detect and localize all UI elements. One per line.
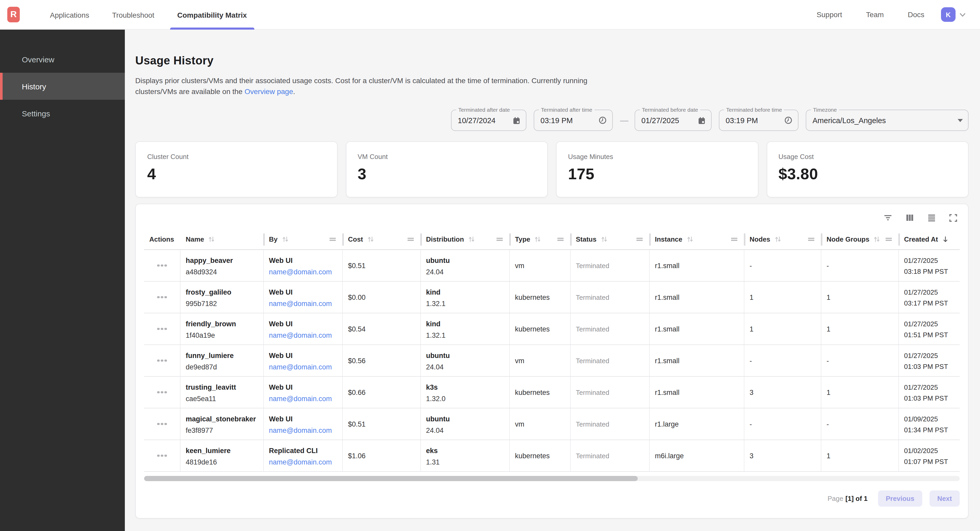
column-header-status[interactable]: Status	[571, 229, 650, 249]
horizontal-scrollbar-thumb[interactable]	[144, 476, 638, 481]
column-header-by[interactable]: By	[264, 229, 343, 249]
cell-created-at: 01/27/202501:03 PM PST	[899, 377, 960, 408]
column-header-distribution[interactable]: Distribution	[421, 229, 510, 249]
column-menu-icon[interactable]	[557, 236, 564, 243]
sidebar-item-overview[interactable]: Overview	[0, 46, 125, 73]
row-actions-button[interactable]	[144, 250, 180, 281]
sort-icon[interactable]	[208, 235, 216, 243]
created-by-email-link[interactable]: name@domain.com	[269, 363, 342, 371]
terminated-after-date-input[interactable]: Terminated after date 10/27/2024	[451, 109, 527, 131]
more-options-icon[interactable]	[158, 423, 167, 425]
sidebar-item-settings[interactable]: Settings	[0, 100, 125, 127]
created-by-email-link[interactable]: name@domain.com	[269, 395, 342, 403]
column-menu-icon[interactable]	[731, 236, 738, 243]
column-menu-icon[interactable]	[885, 236, 892, 243]
column-header-cost[interactable]: Cost	[343, 229, 421, 249]
column-header-created-at[interactable]: Created At	[899, 229, 960, 249]
column-menu-icon[interactable]	[329, 236, 336, 243]
next-page-button[interactable]: Next	[929, 490, 960, 507]
terminated-after-date-value[interactable]: 10/27/2024	[458, 116, 508, 124]
created-by-email-link[interactable]: name@domain.com	[269, 268, 342, 276]
distribution-version: 1.32.1	[426, 331, 509, 339]
tab-compatibility-matrix[interactable]: Compatibility Matrix	[177, 0, 247, 30]
columns-icon[interactable]	[905, 213, 915, 222]
sort-icon[interactable]	[534, 235, 542, 243]
terminated-before-date-input[interactable]: Terminated before date 01/27/2025	[635, 109, 711, 131]
created-date: 01/27/2025	[904, 351, 960, 360]
created-by-email-link[interactable]: name@domain.com	[269, 331, 342, 339]
cell-node-groups: 1	[821, 377, 899, 408]
nav-link-team[interactable]: Team	[866, 10, 884, 19]
more-options-icon[interactable]	[158, 265, 167, 267]
terminated-after-time-input[interactable]: Terminated after time 03:19 PM	[534, 109, 613, 131]
horizontal-scrollbar-track[interactable]	[144, 476, 960, 481]
avatar[interactable]: K	[941, 7, 956, 22]
sort-icon[interactable]	[281, 235, 289, 243]
tab-troubleshoot[interactable]: Troubleshoot	[112, 0, 154, 30]
cell-created-at: 01/09/202501:34 PM PST	[899, 408, 960, 439]
timezone-value[interactable]: America/Los_Angeles	[813, 116, 953, 124]
replicated-logo[interactable]: R	[7, 7, 20, 22]
cell-node-groups: 1	[821, 440, 899, 471]
created-by-email-link[interactable]: name@domain.com	[269, 458, 342, 466]
more-options-icon[interactable]	[158, 296, 167, 298]
more-options-icon[interactable]	[158, 360, 167, 362]
row-actions-button[interactable]	[144, 313, 180, 344]
cell-created-at: 01/27/202503:18 PM PST	[899, 250, 960, 281]
row-actions-button[interactable]	[144, 440, 180, 471]
cell-nodes: 1	[745, 313, 821, 344]
row-actions-button[interactable]	[144, 345, 180, 376]
sort-desc-icon[interactable]	[942, 235, 950, 243]
chevron-down-icon[interactable]	[959, 11, 966, 19]
cell-instance: r1.large	[650, 408, 745, 439]
page-label: Page	[827, 495, 843, 502]
more-options-icon[interactable]	[158, 391, 167, 393]
column-header-node-groups[interactable]: Node Groups	[821, 229, 899, 249]
terminated-before-time-input[interactable]: Terminated before time 03:19 PM	[719, 109, 799, 131]
node-groups-value: 1	[827, 452, 830, 460]
nav-link-support[interactable]: Support	[817, 10, 842, 19]
sort-icon[interactable]	[600, 235, 608, 243]
created-by-source: Web UI	[269, 383, 342, 391]
more-options-icon[interactable]	[158, 455, 167, 457]
filter-icon[interactable]	[883, 213, 892, 222]
previous-page-button[interactable]: Previous	[878, 490, 922, 507]
row-actions-button[interactable]	[144, 282, 180, 313]
terminated-before-time-value[interactable]: 03:19 PM	[725, 116, 780, 124]
calendar-icon[interactable]	[698, 116, 706, 124]
column-menu-icon[interactable]	[496, 236, 503, 243]
column-header-instance[interactable]: Instance	[650, 229, 745, 249]
sidebar-item-history[interactable]: History	[0, 73, 125, 100]
terminated-before-date-value[interactable]: 01/27/2025	[641, 116, 694, 124]
terminated-after-time-value[interactable]: 03:19 PM	[541, 116, 594, 124]
row-actions-button[interactable]	[144, 408, 180, 439]
account-menu[interactable]: K	[941, 7, 966, 22]
overview-page-link[interactable]: Overview page	[245, 87, 293, 96]
column-menu-icon[interactable]	[407, 236, 414, 243]
column-menu-icon[interactable]	[808, 236, 815, 243]
density-icon[interactable]	[927, 213, 936, 222]
cell-node-groups: -	[821, 250, 899, 281]
sort-icon[interactable]	[774, 235, 781, 243]
column-header-type[interactable]: Type	[510, 229, 571, 249]
timezone-select[interactable]: Timezone America/Los_Angeles	[806, 109, 969, 131]
created-by-email-link[interactable]: name@domain.com	[269, 426, 342, 434]
column-header-nodes[interactable]: Nodes	[745, 229, 821, 249]
sort-icon[interactable]	[367, 235, 374, 243]
more-options-icon[interactable]	[158, 328, 167, 330]
fullscreen-icon[interactable]	[949, 213, 958, 222]
column-menu-icon[interactable]	[636, 236, 643, 243]
clock-icon[interactable]	[784, 116, 793, 125]
sort-icon[interactable]	[468, 235, 476, 243]
nav-link-docs[interactable]: Docs	[908, 10, 924, 19]
column-header-name[interactable]: Name	[180, 229, 264, 249]
cell-nodes: -	[745, 408, 821, 439]
clock-icon[interactable]	[598, 116, 607, 125]
sort-icon[interactable]	[686, 235, 694, 243]
sort-icon[interactable]	[873, 235, 881, 243]
row-actions-button[interactable]	[144, 377, 180, 408]
created-by-email-link[interactable]: name@domain.com	[269, 300, 342, 308]
tab-applications[interactable]: Applications	[50, 0, 89, 30]
select-arrow-icon[interactable]	[958, 119, 963, 122]
calendar-icon[interactable]	[512, 116, 521, 124]
